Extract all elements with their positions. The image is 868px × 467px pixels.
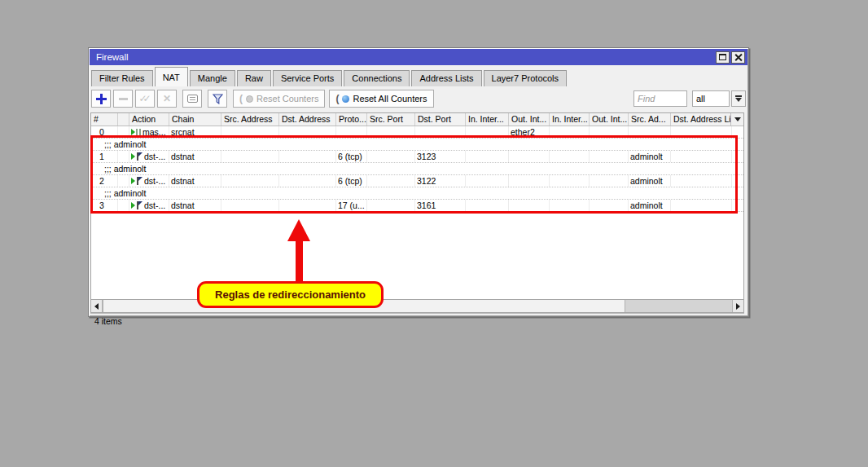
annotation-callout: Reglas de redireccionamiento: [197, 281, 384, 308]
desktop: Firewall Filter Rules NAT Mangle Raw Ser…: [0, 0, 868, 467]
add-button[interactable]: [91, 90, 111, 108]
scroll-left-button[interactable]: [91, 300, 103, 312]
column-header-src-address-list[interactable]: Src. Ad...: [629, 113, 671, 126]
column-header-chain[interactable]: Chain: [169, 113, 221, 126]
annotation-arrow-shaft: [296, 239, 303, 285]
dropdown-arrow-icon: [735, 95, 742, 103]
filter-select[interactable]: all: [692, 90, 730, 107]
column-header-number[interactable]: #: [91, 113, 118, 126]
reset-all-counters-label: Reset All Counters: [353, 94, 427, 104]
plus-icon: [96, 94, 107, 104]
tab-filter-rules[interactable]: Filter Rules: [91, 70, 153, 86]
tab-service-ports[interactable]: Service Ports: [273, 70, 342, 86]
column-header-flags[interactable]: [118, 113, 129, 126]
close-icon: [734, 54, 742, 61]
titlebar[interactable]: Firewall: [90, 49, 747, 65]
comment-icon: [187, 95, 198, 103]
reset-all-counters-icon: (: [335, 93, 339, 104]
close-button[interactable]: [731, 51, 745, 64]
reset-counters-ball-icon: [246, 95, 253, 103]
column-header-src-port[interactable]: Src. Port: [367, 113, 415, 126]
tab-raw[interactable]: Raw: [237, 70, 271, 86]
scroll-right-button[interactable]: [732, 300, 743, 312]
column-chooser-button[interactable]: [730, 113, 743, 126]
scroll-left-icon: [94, 303, 99, 310]
reset-counters-button[interactable]: ( Reset Counters: [233, 90, 325, 108]
annotation-callout-text: Reglas de redireccionamiento: [215, 289, 366, 301]
column-header-src-address[interactable]: Src. Address: [221, 113, 279, 126]
tab-connections[interactable]: Connections: [344, 70, 410, 86]
column-header-protocol[interactable]: Proto...: [336, 113, 367, 126]
tabstrip: Filter Rules NAT Mangle Raw Service Port…: [91, 67, 746, 86]
tab-address-lists[interactable]: Address Lists: [411, 70, 481, 86]
reset-all-counters-button[interactable]: ( Reset All Counters: [329, 90, 433, 108]
column-header-in-interface[interactable]: In. Inter...: [466, 113, 509, 126]
status-bar: 4 items: [90, 313, 744, 328]
filter-button[interactable]: [208, 90, 227, 108]
column-header-out-interface[interactable]: Out. Int...: [509, 113, 550, 126]
reset-counters-label: Reset Counters: [256, 94, 318, 104]
annotation-arrow-head: [287, 219, 310, 241]
toolbar: ✓✓ ✕ ( Reset Counters ( Reset All Counte…: [91, 87, 746, 110]
maximize-button[interactable]: [716, 51, 730, 64]
reset-all-counters-ball-icon: [342, 95, 349, 103]
comment-button[interactable]: [182, 90, 202, 108]
tab-nat[interactable]: NAT: [155, 67, 188, 86]
enable-button[interactable]: ✓✓: [135, 90, 155, 108]
remove-button[interactable]: [113, 90, 133, 108]
double-check-icon: ✓✓: [138, 93, 151, 104]
minus-icon: [119, 98, 128, 100]
column-header-dst-address-list[interactable]: Dst. Address Lis: [671, 113, 732, 126]
tab-layer7-protocols[interactable]: Layer7 Protocols: [484, 70, 568, 86]
items-count: 4 items: [94, 316, 122, 326]
cross-icon: ✕: [163, 93, 171, 104]
annotation-rectangle: [90, 135, 738, 214]
window-title: Firewall: [96, 52, 714, 62]
maximize-icon: [719, 54, 726, 60]
column-header-dst-address[interactable]: Dst. Address: [279, 113, 336, 126]
scrollbar-track[interactable]: [625, 300, 732, 312]
masquerade-icon: [131, 129, 135, 135]
column-header-out-interface-list[interactable]: Out. Int...: [590, 113, 629, 126]
scroll-right-icon: [736, 303, 740, 310]
reset-counters-icon: (: [239, 93, 243, 104]
column-header-dst-port[interactable]: Dst. Port: [415, 113, 466, 126]
filter-funnel-icon: [213, 94, 223, 104]
toolbar-right-group: all: [633, 90, 746, 107]
disable-button[interactable]: ✕: [157, 90, 177, 108]
filter-dropdown-button[interactable]: [731, 90, 746, 107]
column-header-in-interface-list[interactable]: In. Inter...: [550, 113, 590, 126]
column-header-action[interactable]: Action: [129, 113, 169, 126]
tab-mangle[interactable]: Mangle: [190, 70, 235, 86]
find-input[interactable]: [633, 90, 687, 107]
horizontal-scrollbar[interactable]: [90, 300, 744, 313]
table-header: # Action Chain Src. Address Dst. Address…: [91, 113, 743, 126]
